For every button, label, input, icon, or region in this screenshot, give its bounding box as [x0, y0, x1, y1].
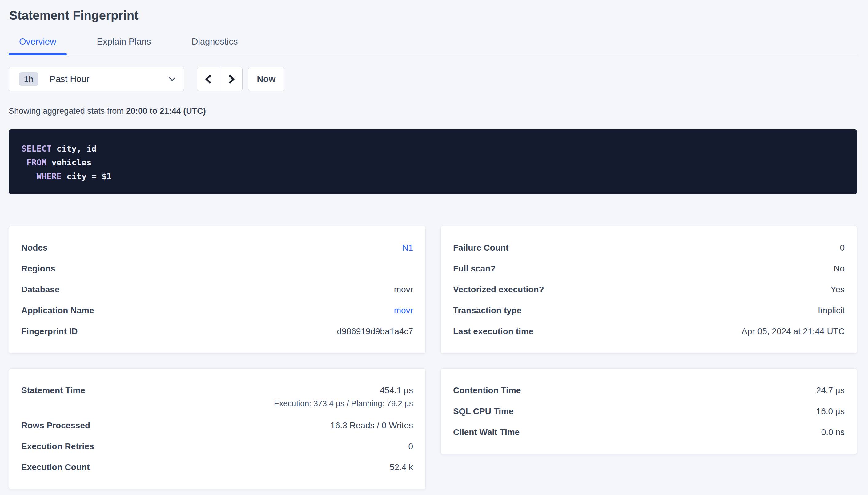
stat-label: Full scan? [453, 263, 495, 274]
stat-row-statement-time: Statement Time 454.1 µs Execution: 373.4… [21, 385, 413, 410]
sql-statement-box: SELECT city, id FROM vehicles WHERE city… [9, 130, 857, 194]
sql-text: city, id [52, 144, 97, 153]
stat-value: No [834, 263, 845, 274]
stat-row-transaction-type: Transaction type Implicit [453, 305, 845, 316]
stat-value: 52.4 k [390, 462, 413, 473]
stat-row-vectorized: Vectorized execution? Yes [453, 285, 845, 295]
tab-explain-plans[interactable]: Explain Plans [86, 37, 162, 55]
sql-text: vehicles [47, 158, 92, 167]
stat-label: Fingerprint ID [21, 326, 78, 337]
stat-row-execution-count: Execution Count 52.4 k [21, 462, 413, 473]
stats-caption-range: 20:00 to 21:44 (UTC) [126, 106, 206, 116]
tab-bar: Overview Explain Plans Diagnostics [9, 37, 857, 55]
stat-value: d986919d9ba1a4c7 [337, 326, 413, 337]
execution-attributes-card: Failure Count 0 Full scan? No Vectorized… [440, 226, 857, 354]
stat-label: Contention Time [453, 385, 521, 396]
time-range-label: Past Hour [50, 74, 89, 84]
stat-row-database: Database movr [21, 285, 413, 295]
statement-fingerprint-page: Statement Fingerprint Overview Explain P… [0, 0, 868, 490]
chevron-down-icon [169, 75, 176, 81]
stat-label: Transaction type [453, 305, 522, 316]
stat-label: Failure Count [453, 243, 508, 253]
stat-value: movr [394, 285, 413, 295]
stat-row-sql-cpu-time: SQL CPU Time 16.0 µs [453, 406, 845, 416]
stat-value: 16.3 Reads / 0 Writes [330, 420, 413, 431]
stat-subvalue: Execution: 373.4 µs / Planning: 79.2 µs [274, 397, 413, 410]
stat-value: Apr 05, 2024 at 21:44 UTC [741, 326, 845, 337]
stat-label: Vectorized execution? [453, 285, 544, 295]
sql-indent [21, 172, 37, 181]
stat-label: Regions [21, 263, 55, 274]
sql-keyword: FROM [27, 158, 47, 167]
time-interval-badge: 1h [19, 72, 38, 86]
stat-value: 16.0 µs [816, 406, 845, 416]
page-title: Statement Fingerprint [9, 8, 857, 22]
stat-row-client-wait-time: Client Wait Time 0.0 ns [453, 427, 845, 438]
stat-label: Statement Time [21, 385, 85, 396]
stat-value: 0.0 ns [821, 427, 845, 438]
stat-row-nodes: Nodes N1 [21, 243, 413, 253]
sql-keyword: WHERE [37, 172, 62, 181]
time-range-dropdown[interactable]: 1h Past Hour [9, 67, 184, 91]
tab-overview[interactable]: Overview [9, 37, 67, 55]
stat-label: Execution Count [21, 462, 89, 473]
prev-time-button[interactable] [197, 67, 220, 91]
statement-time-stats-card: Statement Time 454.1 µs Execution: 373.4… [9, 368, 426, 490]
sql-keyword: SELECT [21, 144, 52, 153]
application-name-link[interactable]: movr [394, 305, 413, 316]
stat-value: Implicit [818, 305, 845, 316]
stat-row-last-execution-time: Last execution time Apr 05, 2024 at 21:4… [453, 326, 845, 337]
stat-label: Rows Processed [21, 420, 90, 431]
stat-row-full-scan: Full scan? No [453, 263, 845, 274]
stats-caption-prefix: Showing aggregated stats from [9, 106, 126, 116]
stat-value: 0 [408, 441, 413, 451]
stat-label: Database [21, 285, 60, 295]
time-controls: 1h Past Hour Now [9, 67, 857, 91]
time-step-buttons [197, 67, 243, 91]
timing-stats-card: Contention Time 24.7 µs SQL CPU Time 16.… [440, 368, 857, 455]
now-button[interactable]: Now [248, 67, 284, 91]
stats-card-grid: Nodes N1 Regions Database movr Applicati… [9, 226, 857, 490]
sql-indent [21, 158, 27, 167]
stat-row-execution-retries: Execution Retries 0 [21, 441, 413, 451]
stat-row-contention-time: Contention Time 24.7 µs [453, 385, 845, 396]
tab-diagnostics[interactable]: Diagnostics [181, 37, 248, 55]
stat-label: Execution Retries [21, 441, 94, 451]
stat-row-rows-processed: Rows Processed 16.3 Reads / 0 Writes [21, 420, 413, 431]
stat-row-fingerprint-id: Fingerprint ID d986919d9ba1a4c7 [21, 326, 413, 337]
nodes-link[interactable]: N1 [402, 243, 413, 253]
stat-value: 0 [840, 243, 845, 253]
stat-value: 454.1 µs [380, 386, 413, 395]
stat-label: Nodes [21, 243, 48, 253]
stat-row-failure-count: Failure Count 0 [453, 243, 845, 253]
next-time-button[interactable] [220, 67, 242, 91]
stat-value: 24.7 µs [816, 385, 845, 396]
stat-row-application-name: Application Name movr [21, 305, 413, 316]
stat-value: Yes [831, 285, 845, 295]
aggregated-stats-caption: Showing aggregated stats from 20:00 to 2… [9, 106, 857, 116]
stat-label: Last execution time [453, 326, 534, 337]
sql-text: city = $1 [62, 172, 112, 181]
stat-label: SQL CPU Time [453, 406, 514, 416]
statement-details-card: Nodes N1 Regions Database movr Applicati… [9, 226, 426, 354]
chevron-left-icon [205, 74, 215, 84]
stat-label: Client Wait Time [453, 427, 520, 438]
stat-label: Application Name [21, 305, 94, 316]
chevron-right-icon [225, 74, 234, 84]
stat-row-regions: Regions [21, 263, 413, 274]
